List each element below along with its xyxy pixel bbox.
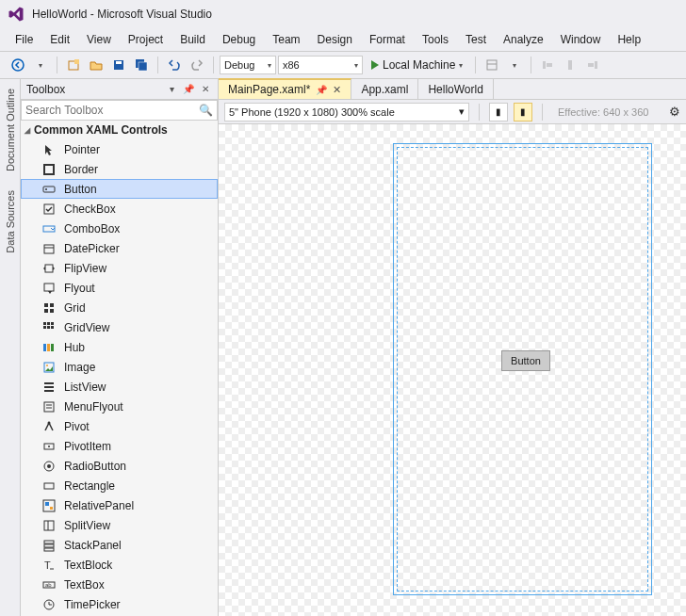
menu-tools[interactable]: Tools xyxy=(415,30,456,49)
orientation-landscape-button[interactable]: ▮ xyxy=(514,103,532,122)
toolbox-item-listview[interactable]: ListView xyxy=(21,377,218,397)
side-tab-data-sources[interactable]: Data Sources xyxy=(5,186,16,257)
menu-edit[interactable]: Edit xyxy=(42,30,77,49)
nav-back-button[interactable] xyxy=(8,55,28,75)
menu-debug[interactable]: Debug xyxy=(215,30,263,49)
toolbox-item-stackpanel[interactable]: StackPanel xyxy=(21,535,218,555)
side-tab-document-outline[interactable]: Document Outline xyxy=(5,85,16,175)
panel-dropdown-icon[interactable]: ▾ xyxy=(165,83,178,96)
svg-point-44 xyxy=(48,421,51,424)
menu-window[interactable]: Window xyxy=(553,30,609,49)
pin-icon[interactable]: 📌 xyxy=(316,85,327,95)
toolbox-item-label: Flyout xyxy=(64,282,95,295)
toolbox-item-list: PointerBorderButtonCheckBoxComboBoxDateP… xyxy=(21,139,218,616)
toolbox-item-pivotitem[interactable]: PivotItem xyxy=(21,436,218,456)
menu-project[interactable]: Project xyxy=(121,30,171,49)
nav-fwd-button[interactable]: ▾ xyxy=(30,55,51,75)
svg-rect-23 xyxy=(44,303,48,307)
design-canvas[interactable]: Button xyxy=(219,124,686,616)
toolbox-item-label: ListView xyxy=(64,381,106,394)
menu-format[interactable]: Format xyxy=(362,30,413,49)
toolbox-item-label: Rectangle xyxy=(64,479,115,493)
tab-helloworld[interactable]: HelloWorld xyxy=(418,79,493,99)
pin-icon[interactable]: 📌 xyxy=(182,83,195,96)
toolbox-item-flyout[interactable]: Flyout xyxy=(21,278,218,298)
save-all-button[interactable] xyxy=(131,55,152,75)
tab-mainpage[interactable]: MainPage.xaml* 📌 ✕ xyxy=(219,78,351,99)
toolbox-item-textblock[interactable]: TTextBlock xyxy=(21,555,218,575)
menu-view[interactable]: View xyxy=(79,30,119,49)
menu-help[interactable]: Help xyxy=(610,30,648,49)
toolbox-item-splitview[interactable]: SplitView xyxy=(21,515,218,535)
tab-appxaml[interactable]: App.xaml xyxy=(351,79,418,99)
document-tabs: MainPage.xaml* 📌 ✕ App.xaml HelloWorld xyxy=(219,79,686,100)
toolbox-item-pivot[interactable]: Pivot xyxy=(21,416,218,436)
designer-toolbar: 5" Phone (1920 x 1080) 300% scale ▾ ▮ ▮ … xyxy=(219,100,686,124)
toolbox-item-pointer[interactable]: Pointer xyxy=(21,139,218,159)
rectangle-icon xyxy=(41,478,57,494)
svg-rect-22 xyxy=(44,284,54,291)
svg-rect-15 xyxy=(43,186,55,192)
properties-button[interactable] xyxy=(482,55,502,75)
close-icon[interactable]: ✕ xyxy=(199,83,212,96)
toolbox-item-rectangle[interactable]: Rectangle xyxy=(21,476,218,495)
menu-file[interactable]: File xyxy=(8,30,41,49)
toolbox-item-radiobutton[interactable]: RadioButton xyxy=(21,456,218,476)
redo-button[interactable] xyxy=(187,55,207,75)
settings-gear-icon[interactable]: ⚙ xyxy=(669,105,680,119)
device-preview-combo[interactable]: 5" Phone (1920 x 1080) 300% scale ▾ xyxy=(224,103,469,122)
menu-design[interactable]: Design xyxy=(310,30,360,49)
separator xyxy=(157,57,158,73)
svg-rect-25 xyxy=(44,309,48,313)
orientation-portrait-button[interactable]: ▮ xyxy=(489,103,508,122)
separator xyxy=(531,57,531,73)
menu-analyze[interactable]: Analyze xyxy=(496,30,551,49)
menu-team[interactable]: Team xyxy=(265,30,307,49)
toolbox-item-gridview[interactable]: GridView xyxy=(21,317,218,337)
toolbox-item-combobox[interactable]: ComboBox xyxy=(21,219,218,238)
run-button[interactable]: Local Machine ▾ xyxy=(365,55,469,75)
svg-rect-10 xyxy=(547,63,552,67)
align-center-button[interactable] xyxy=(560,55,580,75)
svg-rect-56 xyxy=(44,544,54,547)
stackpanel-icon xyxy=(41,538,57,553)
toolbox-item-datepicker[interactable]: DatePicker xyxy=(21,238,218,258)
menu-build[interactable]: Build xyxy=(172,30,213,49)
toolbox-search[interactable]: 🔍 xyxy=(21,100,218,121)
toolbox-item-button[interactable]: Button xyxy=(21,179,218,199)
toolbox-item-flipview[interactable]: FlipView xyxy=(21,258,218,278)
open-file-button[interactable] xyxy=(86,55,106,75)
designer-placed-button[interactable]: Button xyxy=(501,350,550,371)
toolbox-item-checkbox[interactable]: CheckBox xyxy=(21,199,218,219)
svg-rect-14 xyxy=(44,165,54,174)
toolbox-item-textbox[interactable]: abTextBox xyxy=(21,575,218,594)
toolbox-item-relativepanel[interactable]: RelativePanel xyxy=(21,495,218,515)
toolbox-item-image[interactable]: Image xyxy=(21,357,218,377)
toolbox-search-input[interactable] xyxy=(25,104,199,117)
platform-combo[interactable]: x86▾ xyxy=(278,56,363,74)
search-icon[interactable]: 🔍 xyxy=(199,104,213,117)
caret-icon: ▾ xyxy=(268,61,271,70)
menu-test[interactable]: Test xyxy=(458,30,494,49)
toolbox-item-grid[interactable]: Grid xyxy=(21,298,218,317)
toolbox-header: Toolbox ▾ 📌 ✕ xyxy=(21,79,218,100)
toolbox-item-menuflyout[interactable]: MenuFlyout xyxy=(21,397,218,416)
toolbox-item-hub[interactable]: Hub xyxy=(21,337,218,357)
svg-rect-6 xyxy=(139,62,147,71)
undo-button[interactable] xyxy=(164,55,185,75)
save-button[interactable] xyxy=(108,55,129,75)
caret-icon[interactable]: ▾ xyxy=(504,55,525,75)
svg-rect-19 xyxy=(44,245,54,253)
separator xyxy=(479,104,480,121)
toolbox-item-timepicker[interactable]: TimePicker xyxy=(21,594,218,614)
align-right-button[interactable] xyxy=(582,55,603,75)
close-icon[interactable]: ✕ xyxy=(333,84,341,96)
button-label: Button xyxy=(511,355,541,366)
separator xyxy=(57,57,57,73)
config-combo[interactable]: Debug▾ xyxy=(220,56,276,74)
align-left-button[interactable] xyxy=(537,55,558,75)
new-project-button[interactable] xyxy=(63,55,84,75)
toolbox-item-border[interactable]: Border xyxy=(21,159,218,179)
toolbox-category-header[interactable]: ◢ Common XAML Controls xyxy=(21,121,218,139)
toolbox-item-label: SplitView xyxy=(64,519,110,532)
